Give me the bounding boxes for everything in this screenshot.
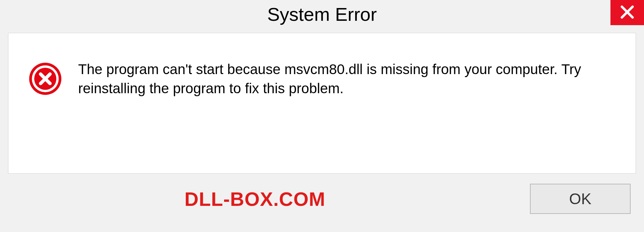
footer: DLL-BOX.COM OK	[0, 174, 644, 221]
close-icon	[620, 5, 635, 21]
titlebar: System Error	[0, 0, 644, 33]
error-icon	[29, 62, 62, 96]
content-panel: The program can't start because msvcm80.…	[8, 33, 636, 174]
brand-label: DLL-BOX.COM	[184, 188, 325, 210]
ok-button[interactable]: OK	[530, 184, 631, 214]
close-button[interactable]	[610, 0, 644, 25]
error-message: The program can't start because msvcm80.…	[78, 60, 615, 98]
window-title: System Error	[267, 3, 377, 25]
